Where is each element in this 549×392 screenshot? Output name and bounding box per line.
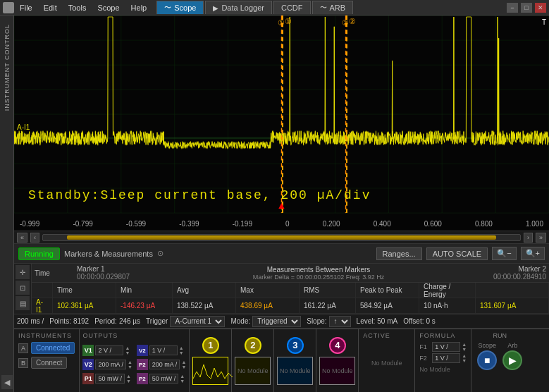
scroll-track[interactable] [42,234,521,241]
p1-indicator: P1 [82,373,94,384]
sidebar-collapse-button[interactable]: ◀ [1,375,13,389]
col-avg-label: Avg [173,283,236,298]
measurements-panel: ✛ ⊡ ▤ Time Marker 1 00:00:00.029807 M [14,264,549,314]
x-label-3: -0.399 [179,220,199,228]
x-label-7: 0.400 [374,220,391,228]
channel-4-module: 4 No Module [316,329,359,392]
channel-4-display: No Module [319,357,355,385]
menu-help[interactable]: Help [128,3,150,13]
v2b-arrows[interactable]: ▲▼ [179,345,184,355]
scroll-right-button[interactable]: › [524,233,533,243]
x-label-1: -0.799 [73,220,92,228]
app-icon [3,2,14,13]
v1-indicator: V1 [82,345,94,356]
ranges-button[interactable]: Ranges... [376,247,422,260]
period-label: Period: [94,317,117,325]
scroll-thumb[interactable] [67,235,496,240]
mode-select[interactable]: Triggered [252,316,301,327]
running-badge: Running [18,247,60,260]
scope-run-button[interactable]: ■ [477,350,497,370]
output-p2b-row: P2 50 mW / ▲▼ [137,372,186,386]
menu-tools[interactable]: Tools [66,3,90,13]
channel-1-display [192,357,228,385]
cell-max: 438.69 µA [236,298,300,313]
slope-select[interactable]: ↑↓ [329,316,351,327]
measurements-data-row: A-I1 102.361 µA -146.23 µA 138.522 µA 43… [32,298,549,314]
scroll-end-button[interactable]: » [536,233,546,243]
run-section: RUN Scope ■ Arb ▶ [471,329,528,392]
markers-icon: ⊙ [157,249,164,258]
trigger-item: Trigger A-Current 1 [146,316,225,327]
output-v1-row: V1 2 V / ▲▼ [82,343,132,357]
p2b-indicator: P2 [137,373,148,384]
maximize-button[interactable]: □ [521,3,532,13]
mode-label: Mode: [230,317,250,325]
p2b-value: 50 mW / [149,374,179,384]
instruments-panel: INSTRUMENTS A Connected B Connect OUTPUT… [14,329,549,392]
tab-ccdf-label: CCDF [281,4,303,12]
marker2-line: ② [346,16,347,213]
f2-arrows[interactable]: ▲▼ [462,353,467,363]
v1-arrows[interactable]: ▲▼ [125,345,130,355]
formula-f2-row: F2 1 V / ▲▼ [419,353,467,363]
tool-measure[interactable]: ⊡ [16,281,30,295]
status-bar: 200 ms / Points: 8192 Period: 246 µs Tri… [14,314,549,329]
outputs-left: V1 2 V / ▲▼ V2 200 mA / ▲▼ P1 50 mW / [82,343,132,386]
x-label-8: 0.600 [424,220,442,228]
v2-arrows[interactable]: ▲▼ [128,360,132,369]
markers-label: Markers & Measurements [64,250,153,258]
channel-2-module: 2 No Module [232,329,274,392]
tab-datalogger[interactable]: ▶ Data Logger [205,1,272,14]
f1-value: 1 V / [432,342,460,352]
channel-3-module: 3 No Module [274,329,316,392]
x-axis: -0.999 -0.799 -0.599 -0.399 -0.199 0 0.2… [14,220,549,228]
controls-bar: Running Markers & Measurements ⊙ Ranges.… [14,244,549,264]
f1-arrows[interactable]: ▲▼ [462,342,467,352]
scroll-start-button[interactable]: « [17,233,27,243]
tab-arb-label: ARB [330,4,346,12]
arb-run-button[interactable]: ▶ [502,350,522,370]
tool-export[interactable]: ▤ [16,296,30,310]
level-value: 50 mA [377,317,397,325]
channel-2-display: No Module [235,357,271,385]
tool-cursor[interactable]: ✛ [16,265,30,279]
scope-display[interactable]: ① ② A-I1 T Standby:Sleep current base, 2… [14,16,549,231]
titlebar: File Edit Tools Scope Help 〜 Scope ▶ Dat… [0,0,549,16]
header-marker2: Marker 2 00:00:00.284910 [476,265,546,281]
zoom-in-button[interactable]: 🔍+ [521,247,545,260]
f2-label: F2 [419,355,431,362]
trigger-select[interactable]: A-Current 1 [170,316,225,327]
tab-ccdf[interactable]: CCDF [273,1,311,14]
menu-bar: File Edit Tools Scope Help [17,3,149,13]
menu-scope[interactable]: Scope [94,3,122,13]
scroll-left-button[interactable]: ‹ [30,233,39,243]
marker1-label: ① [285,17,292,26]
left-tool-panel: ✛ ⊡ ▤ [14,264,32,314]
connected-button[interactable]: Connected [31,342,75,354]
channel-1-waveform [193,357,233,384]
menu-edit[interactable]: Edit [41,3,60,13]
run-controls: Scope ■ Arb ▶ [477,342,522,370]
zoom-out-button[interactable]: 🔍− [492,247,516,260]
p1-value: 50 mW / [95,374,125,384]
tab-datalogger-label: Data Logger [221,4,264,12]
connect-button[interactable]: Connect [31,357,67,369]
menu-file[interactable]: File [17,3,35,13]
tab-scope-label: Scope [174,4,196,12]
v2-indicator: V2 [82,359,94,370]
p2b-arrows[interactable]: ▲▼ [180,374,185,384]
channel-2-number: 2 [245,337,261,354]
run-title: RUN [493,332,507,339]
p2-arrows[interactable]: ▲▼ [181,360,186,369]
measurements-table: Time Marker 1 00:00:00.029807 Measuremen… [32,264,549,314]
p1-arrows[interactable]: ▲▼ [126,374,131,384]
instrument-a-row: A Connected [18,342,75,354]
close-button[interactable]: ✕ [535,3,546,13]
minimize-button[interactable]: − [507,3,518,13]
measurements-header: Time Marker 1 00:00:00.029807 Measuremen… [32,264,549,283]
autoscale-button[interactable]: AUTO SCALE [426,247,488,260]
scrollbar-area: « ‹ › » [14,231,549,244]
trigger-marker: ▲ [277,200,287,211]
tab-scope[interactable]: 〜 Scope [156,1,204,14]
tab-arb[interactable]: 〜 ARB [312,1,354,14]
